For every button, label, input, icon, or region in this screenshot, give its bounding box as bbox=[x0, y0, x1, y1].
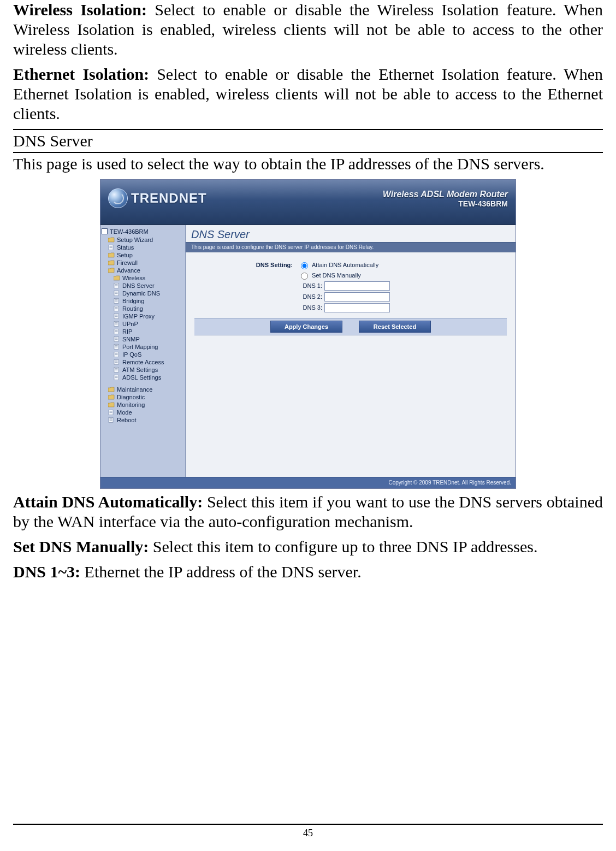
logo-icon bbox=[108, 188, 128, 208]
svg-rect-40 bbox=[114, 352, 119, 357]
sidebar-item-label: Setup bbox=[117, 252, 133, 258]
svg-rect-4 bbox=[114, 283, 119, 288]
folder-icon bbox=[108, 252, 115, 258]
body-dns-1-3: Ethernet the IP address of the DNS serve… bbox=[80, 563, 362, 581]
header-model-line: TEW-436BRM bbox=[383, 199, 508, 208]
sidebar-item-rip[interactable]: RIP bbox=[114, 328, 183, 335]
page-icon bbox=[114, 283, 120, 288]
page-icon bbox=[114, 352, 120, 357]
folder-icon bbox=[108, 237, 115, 243]
svg-rect-20 bbox=[114, 314, 119, 318]
dns-setting-label: DNS Setting: bbox=[194, 262, 298, 268]
dns2-input[interactable] bbox=[324, 292, 390, 302]
svg-rect-60 bbox=[109, 417, 113, 422]
page-icon bbox=[114, 321, 120, 327]
folder-icon bbox=[108, 260, 115, 265]
svg-rect-8 bbox=[114, 291, 119, 296]
sidebar-item-label: Diagnostic bbox=[117, 394, 145, 400]
sidebar-item-snmp[interactable]: SNMP bbox=[114, 335, 183, 343]
sidebar-item-label: Wireless bbox=[122, 275, 145, 281]
page-footer-rule bbox=[13, 824, 603, 825]
page-icon bbox=[108, 410, 115, 415]
sidebar-item-label: Dynamic DNS bbox=[122, 290, 160, 297]
sidebar-item-status[interactable]: Status bbox=[108, 244, 183, 251]
sidebar-item-label: Maintainance bbox=[117, 386, 152, 393]
reset-selected-button[interactable]: Reset Selected bbox=[359, 321, 431, 333]
page-icon bbox=[114, 375, 120, 380]
section-intro: This page is used to select the way to o… bbox=[13, 154, 603, 174]
sidebar-item-dynamic-dns[interactable]: Dynamic DNS bbox=[114, 289, 183, 297]
sidebar-item-wireless[interactable]: Wireless bbox=[114, 274, 183, 282]
svg-rect-28 bbox=[114, 329, 119, 334]
page-icon bbox=[108, 417, 115, 423]
para-wireless-isolation: Wireless Isolation: Select to enable or … bbox=[13, 0, 603, 59]
sidebar-item-label: IGMP Proxy bbox=[122, 313, 155, 320]
svg-rect-48 bbox=[114, 367, 119, 372]
svg-rect-44 bbox=[114, 359, 119, 364]
sidebar-item-setup[interactable]: Setup bbox=[108, 251, 183, 259]
page-icon bbox=[114, 314, 120, 319]
collapse-icon bbox=[102, 228, 108, 234]
sidebar-item-label: DNS Server bbox=[122, 282, 155, 289]
router-header: TRENDNET Wireless ADSL Modem Router TEW-… bbox=[100, 180, 516, 225]
sidebar-item-remote-access[interactable]: Remote Access bbox=[114, 358, 183, 366]
section-heading-dns-server: DNS Server bbox=[13, 129, 603, 153]
radio-attain-dns[interactable] bbox=[301, 262, 308, 269]
svg-rect-0 bbox=[109, 245, 113, 250]
header-product-line: Wireless ADSL Modem Router bbox=[383, 190, 508, 199]
folder-icon bbox=[114, 275, 120, 281]
apply-changes-button[interactable]: Apply Changes bbox=[270, 321, 342, 333]
dns1-input[interactable] bbox=[324, 281, 390, 291]
label-set-dns: Set DNS Manually: bbox=[13, 537, 149, 555]
page-icon bbox=[114, 336, 120, 342]
svg-rect-36 bbox=[114, 344, 119, 349]
sidebar-item-label: Setup Wizard bbox=[117, 237, 153, 243]
sidebar-item-igmp-proxy[interactable]: IGMP Proxy bbox=[114, 312, 183, 320]
dns2-label: DNS 2: bbox=[298, 293, 322, 300]
sidebar-item-atm-settings[interactable]: ATM Settings bbox=[114, 366, 183, 374]
header-right: Wireless ADSL Modem Router TEW-436BRM bbox=[383, 190, 508, 208]
sidebar-item-firewall[interactable]: Firewall bbox=[108, 259, 183, 267]
sidebar-item-mode[interactable]: Mode bbox=[108, 409, 183, 416]
page-icon bbox=[114, 291, 120, 296]
dns3-input[interactable] bbox=[324, 303, 390, 312]
sidebar-item-label: Bridging bbox=[122, 298, 144, 304]
page-icon bbox=[114, 344, 120, 350]
sidebar-item-advance[interactable]: Advance bbox=[108, 267, 183, 274]
sidebar-item-monitoring[interactable]: Monitoring bbox=[108, 401, 183, 409]
para-attain-dns: Attain DNS Automatically: Select this it… bbox=[13, 492, 603, 531]
router-window: TRENDNET Wireless ADSL Modem Router TEW-… bbox=[100, 179, 516, 489]
sidebar-root-label: TEW-436BRM bbox=[110, 228, 149, 235]
sidebar-item-ip-qos[interactable]: IP QoS bbox=[114, 351, 183, 358]
sidebar-item-bridging[interactable]: Bridging bbox=[114, 297, 183, 305]
svg-rect-16 bbox=[114, 306, 119, 311]
folder-icon bbox=[108, 387, 115, 392]
sidebar-item-adsl-settings[interactable]: ADSL Settings bbox=[114, 374, 183, 381]
svg-rect-56 bbox=[109, 410, 113, 415]
page-icon bbox=[114, 329, 120, 334]
sidebar-item-upnp[interactable]: UPnP bbox=[114, 320, 183, 328]
sidebar-item-label: IP QoS bbox=[122, 351, 141, 358]
radio-set-dns-manually[interactable] bbox=[301, 273, 308, 280]
page-icon bbox=[114, 359, 120, 365]
dns1-label: DNS 1: bbox=[298, 282, 322, 289]
sidebar-item-label: Port Mapping bbox=[122, 344, 158, 350]
body-set-dns: Select this item to configure up to thre… bbox=[149, 537, 537, 555]
sidebar-item-label: Advance bbox=[117, 267, 140, 274]
label-ethernet-isolation: Ethernet Isolation: bbox=[13, 65, 149, 83]
svg-rect-32 bbox=[114, 336, 119, 341]
sidebar-root[interactable]: TEW-436BRM bbox=[102, 228, 183, 235]
sidebar-item-maintainance[interactable]: Maintainance bbox=[108, 386, 183, 393]
sidebar-item-port-mapping[interactable]: Port Mapping bbox=[114, 343, 183, 351]
sidebar-item-setup-wizard[interactable]: Setup Wizard bbox=[108, 236, 183, 244]
sidebar-item-diagnostic[interactable]: Diagnostic bbox=[108, 393, 183, 401]
sidebar-item-label: Routing bbox=[122, 305, 143, 312]
sidebar-item-label: Reboot bbox=[117, 417, 136, 423]
label-attain-dns: Attain DNS Automatically: bbox=[13, 493, 203, 511]
page-icon bbox=[114, 306, 120, 311]
sidebar-item-routing[interactable]: Routing bbox=[114, 305, 183, 312]
sidebar-item-dns-server[interactable]: DNS Server bbox=[114, 282, 183, 289]
sidebar-item-reboot[interactable]: Reboot bbox=[108, 416, 183, 424]
dns-form: DNS Setting: Attain DNS Automatically Se… bbox=[186, 252, 516, 342]
para-ethernet-isolation: Ethernet Isolation: Select to enable or … bbox=[13, 64, 603, 123]
